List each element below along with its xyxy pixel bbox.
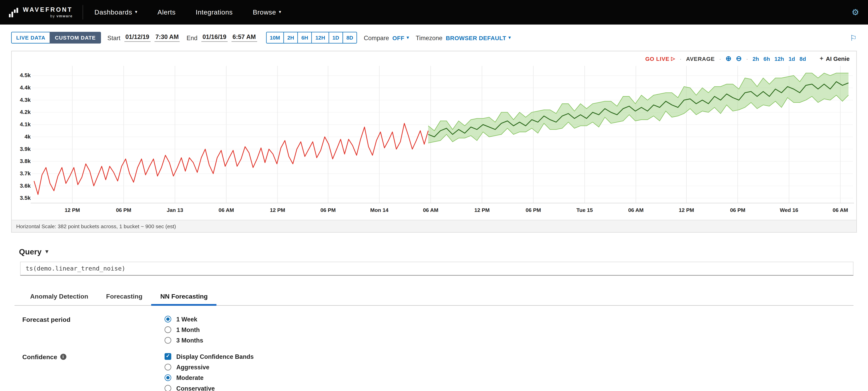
gear-icon[interactable]: ⚙	[851, 7, 859, 17]
range-12h-button[interactable]: 12H	[311, 32, 329, 43]
brand-text: WAVEFRONT by vmware	[23, 7, 73, 18]
checkbox-icon[interactable]: ✓	[164, 353, 171, 360]
horizontal-scale-note: Horizontal Scale: 382 point buckets acro…	[12, 219, 856, 232]
nav-item-dashboards[interactable]: Dashboards▾	[94, 8, 137, 16]
x-axis-label: Mon 14	[370, 207, 389, 213]
tab-anomaly-detection[interactable]: Anomaly Detection	[21, 289, 97, 305]
end-datetime: End 01/16/19 6:57 AM	[186, 33, 257, 42]
time-range-buttons: 10M 2H 6H 12H 1D 8D	[266, 32, 357, 43]
radio-icon[interactable]	[164, 374, 171, 381]
play-icon: ▷	[671, 56, 675, 61]
x-axis-label: 12 PM	[474, 207, 490, 213]
top-nav: WAVEFRONT by vmware Dashboards▾ Alerts I…	[0, 0, 868, 25]
quick-range-2h[interactable]: 2h	[752, 56, 759, 62]
1-week-option[interactable]: 1 Week	[164, 315, 203, 322]
forecast-period-label: Forecast period	[22, 315, 164, 343]
zoom-in-icon[interactable]: ⊕	[725, 55, 731, 62]
brand-by-company: vmware	[57, 14, 72, 18]
3-months-option[interactable]: 3 Months	[164, 337, 203, 343]
y-axis-label: 3.5k	[20, 194, 31, 201]
range-8d-button[interactable]: 8D	[342, 32, 357, 43]
brand-byline: by vmware	[23, 14, 73, 18]
x-axis-label: 12 PM	[65, 207, 80, 213]
go-live-button[interactable]: GO LIVE ▷	[645, 56, 675, 62]
query-input[interactable]: ts(demo.linear_trend_noise)	[20, 261, 854, 275]
range-1d-button[interactable]: 1D	[329, 32, 343, 43]
y-axis-label: 4.2k	[20, 109, 31, 115]
quick-range-1d[interactable]: 1d	[788, 56, 795, 62]
moderate-option[interactable]: Moderate	[164, 374, 254, 381]
quick-range-12h[interactable]: 12h	[774, 56, 784, 62]
radio-icon[interactable]	[164, 315, 171, 322]
y-axis-label: 3.8k	[20, 158, 31, 164]
live-data-button[interactable]: LIVE DATA	[11, 32, 50, 43]
end-date-input[interactable]: 01/16/19	[202, 33, 227, 42]
ai-genie-button[interactable]: ✦ AI Genie	[819, 56, 849, 62]
radio-icon[interactable]	[164, 385, 171, 391]
main-menu: Dashboards▾ Alerts Integrations Browse▾	[94, 8, 281, 16]
start-datetime: Start 01/12/19 7:30 AM	[107, 33, 180, 42]
separator-dot: ·	[746, 56, 748, 62]
chart-panel: GO LIVE ▷ · AVERAGE · ⊕ ⊖ · 2h 6h 12h 1d…	[11, 51, 857, 232]
y-axis-label: 3.9k	[20, 146, 31, 152]
x-axis-label: 06 AM	[628, 207, 644, 213]
x-axis-label: 06 PM	[526, 207, 541, 213]
zoom-out-icon[interactable]: ⊖	[736, 55, 742, 62]
compare-select[interactable]: OFF ▾	[392, 34, 409, 41]
timeseries-chart[interactable]: 3.5k3.6k3.7k3.8k3.9k4k4.1k4.2k4.3k4.4k4.…	[12, 63, 855, 220]
nav-right: ⚙	[851, 7, 859, 17]
forecast-period-options: 1 Week1 Month3 Months	[164, 315, 203, 343]
chevron-down-icon: ▾	[45, 248, 48, 254]
x-axis-label: 12 PM	[679, 207, 694, 213]
radio-icon[interactable]	[164, 364, 171, 370]
range-2h-button[interactable]: 2H	[283, 32, 298, 43]
nav-item-browse[interactable]: Browse▾	[253, 8, 281, 16]
timezone-select[interactable]: BROWSER DEFAULT ▾	[446, 34, 511, 41]
range-6h-button[interactable]: 6H	[297, 32, 312, 43]
x-axis-label: 06 AM	[219, 207, 234, 213]
wavefront-app: WAVEFRONT by vmware Dashboards▾ Alerts I…	[0, 0, 868, 391]
radio-icon[interactable]	[164, 337, 171, 343]
confidence-label: Confidence i	[22, 353, 164, 391]
conservative-option[interactable]: Conservative	[164, 385, 254, 391]
range-10m-button[interactable]: 10M	[266, 32, 284, 43]
average-select[interactable]: AVERAGE	[686, 56, 715, 62]
info-icon[interactable]: i	[60, 354, 66, 360]
radio-icon[interactable]	[164, 326, 171, 333]
brand-by-prefix: by	[50, 14, 55, 18]
option-label: Display Confidence Bands	[176, 353, 254, 360]
x-axis-label: 12 PM	[270, 207, 285, 213]
option-label: 3 Months	[176, 337, 203, 343]
ai-genie-label: AI Genie	[826, 56, 850, 62]
wavefront-logo-icon	[9, 7, 19, 17]
x-axis-label: Tue 15	[577, 207, 593, 213]
y-axis-label: 4.3k	[20, 97, 31, 103]
flag-icon[interactable]: ⚐	[850, 33, 857, 42]
chevron-down-icon: ▾	[508, 35, 511, 40]
option-label: 1 Month	[176, 326, 200, 333]
nav-item-integrations[interactable]: Integrations	[196, 8, 233, 16]
option-label: Aggressive	[176, 364, 209, 370]
start-time-input[interactable]: 7:30 AM	[154, 33, 180, 42]
quick-range-8d[interactable]: 8d	[799, 56, 806, 62]
aggressive-option[interactable]: Aggressive	[164, 364, 254, 370]
tab-nn-forecasting[interactable]: NN Forecasting	[151, 289, 217, 305]
x-axis-label: 06 PM	[116, 207, 131, 213]
display-confidence-bands-option[interactable]: ✓Display Confidence Bands	[164, 353, 254, 360]
quick-range-6h[interactable]: 6h	[764, 56, 770, 62]
start-date-input[interactable]: 01/12/19	[124, 33, 150, 42]
wavefront-logo[interactable]: WAVEFRONT by vmware	[9, 5, 83, 20]
historical-series-line	[34, 123, 428, 194]
x-axis-label: 06 PM	[730, 207, 745, 213]
end-time-input[interactable]: 6:57 AM	[231, 33, 257, 42]
compare-value: OFF	[392, 34, 404, 41]
custom-date-button[interactable]: CUSTOM DATE	[50, 32, 101, 43]
chevron-down-icon: ▾	[135, 10, 137, 14]
x-axis-label: 06 AM	[423, 207, 438, 213]
tab-forecasting[interactable]: Forecasting	[97, 289, 151, 305]
nav-item-alerts[interactable]: Alerts	[157, 8, 176, 16]
query-section-header[interactable]: Query ▾	[19, 247, 48, 256]
start-label: Start	[107, 34, 120, 41]
chart-toolbar: GO LIVE ▷ · AVERAGE · ⊕ ⊖ · 2h 6h 12h 1d…	[12, 51, 856, 63]
1-month-option[interactable]: 1 Month	[164, 326, 203, 333]
